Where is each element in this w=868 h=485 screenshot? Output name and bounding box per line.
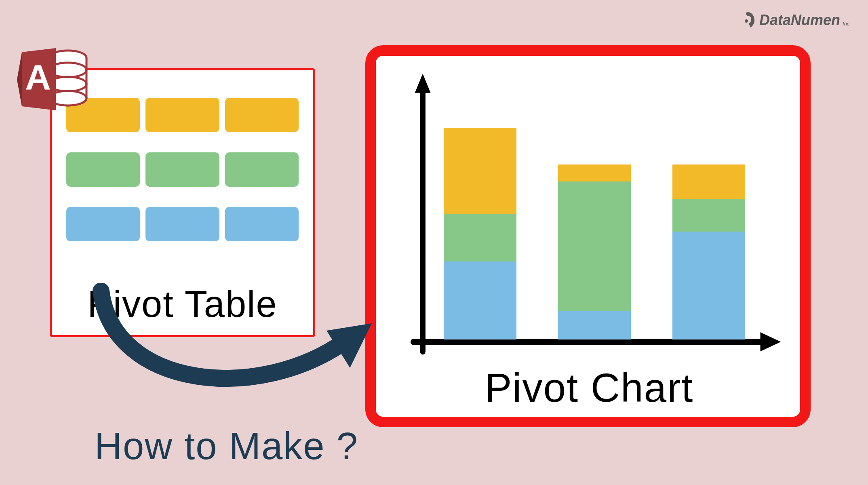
table-cell: [225, 152, 299, 187]
table-cell: [66, 207, 140, 241]
table-cell: [225, 98, 299, 132]
pivot-chart-label: Pivot Chart: [394, 365, 784, 411]
chart-bar-segment: [672, 164, 745, 199]
chart-bars: [433, 80, 756, 340]
chart-bar-segment: [444, 128, 516, 214]
table-cell: [145, 98, 219, 132]
svg-point-0: [745, 19, 748, 23]
chart-bar-segment: [444, 261, 516, 340]
svg-marker-8: [761, 332, 781, 352]
chart-bar-segment: [672, 199, 745, 231]
chart-bar-segment: [558, 164, 631, 182]
table-cell: [145, 207, 219, 241]
chart-bar-segment: [558, 311, 631, 340]
datanumen-logo: DataNumen Inc.: [739, 11, 851, 29]
table-cell: [66, 152, 140, 187]
chart-bar: [558, 164, 631, 340]
table-row: [66, 207, 299, 241]
table-cell: [225, 207, 299, 241]
ms-access-icon: A: [17, 46, 91, 114]
chart-bar-segment: [558, 181, 631, 311]
table-row: [66, 98, 299, 132]
svg-marker-6: [415, 74, 431, 93]
logo-mark-icon: [739, 11, 757, 29]
pivot-chart-panel: Pivot Chart: [365, 45, 811, 427]
chart-bar-segment: [444, 214, 516, 262]
chart-plot-area: [394, 72, 784, 365]
logo-text: DataNumen: [759, 12, 840, 29]
logo-suffix: Inc.: [843, 21, 851, 27]
chart-bar: [672, 164, 745, 340]
pivot-table-grid: [66, 98, 299, 271]
chart-bar-segment: [672, 232, 745, 340]
table-row: [66, 152, 299, 187]
chart-bar: [444, 128, 516, 340]
pivot-table-label: Pivot Table: [66, 283, 299, 325]
table-cell: [145, 152, 219, 187]
access-letter: A: [25, 57, 51, 97]
caption-text: How to Make ?: [95, 424, 358, 468]
